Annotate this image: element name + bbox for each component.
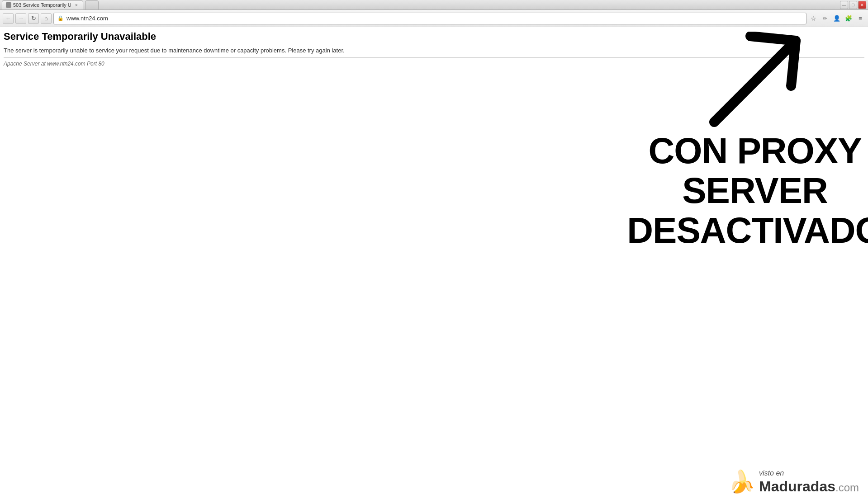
banana-mascot-icon: 🍌 (728, 469, 755, 495)
overlay-line2: SERVER (627, 171, 868, 211)
new-tab-button[interactable] (85, 0, 99, 9)
minimize-button[interactable]: — (840, 1, 848, 9)
tab-favicon (6, 2, 11, 8)
overlay-text-block: CON PROXY SERVER DESACTIVADO (627, 131, 868, 250)
bookmark-star-icon[interactable]: ☆ (808, 14, 818, 24)
refresh-button[interactable]: ↻ (28, 13, 39, 24)
home-button[interactable]: ⌂ (41, 13, 52, 24)
logo-brand-name: Maduradas (759, 478, 835, 495)
menu-icon[interactable]: ≡ (855, 14, 865, 24)
window-controls: — □ ✕ (840, 1, 866, 9)
back-button[interactable]: ← (3, 13, 14, 24)
edit-icon[interactable]: ✏ (820, 14, 830, 24)
browser-titlebar: 503 Service Temporarily U × — □ ✕ (0, 0, 868, 10)
tab-title: 503 Service Temporarily U (13, 2, 71, 8)
url-text: www.ntn24.com (66, 15, 108, 22)
overlay-line3: DESACTIVADO (627, 211, 868, 250)
logo-visto-en: visto en (759, 469, 859, 477)
browser-navbar: ← → ↻ ⌂ 🔒 www.ntn24.com ☆ ✏ 👤 🧩 ≡ (0, 10, 868, 27)
address-bar[interactable]: 🔒 www.ntn24.com (53, 13, 806, 24)
overlay-line1: CON PROXY (627, 131, 868, 171)
user-icon[interactable]: 👤 (832, 14, 842, 24)
arrow-icon (696, 32, 814, 131)
browser-tab[interactable]: 503 Service Temporarily U × (2, 0, 83, 9)
maximize-button[interactable]: □ (849, 1, 857, 9)
logo-area: 🍌 visto en Maduradas.com (728, 469, 859, 495)
close-button[interactable]: ✕ (858, 1, 866, 9)
logo-tld: .com (835, 481, 859, 494)
overlay-area: CON PROXY SERVER DESACTIVADO (642, 27, 868, 276)
tab-close-button[interactable]: × (74, 2, 79, 8)
svg-line-0 (714, 41, 796, 122)
logo-brand: Maduradas.com (759, 478, 859, 495)
forward-button[interactable]: → (15, 13, 26, 24)
page-content: Service Temporarily Unavailable The serv… (0, 27, 868, 504)
extensions-icon[interactable]: 🧩 (844, 14, 854, 24)
nav-icons-right: ☆ ✏ 👤 🧩 ≡ (808, 14, 865, 24)
lock-icon: 🔒 (57, 15, 64, 21)
logo-text: visto en Maduradas.com (759, 469, 859, 495)
